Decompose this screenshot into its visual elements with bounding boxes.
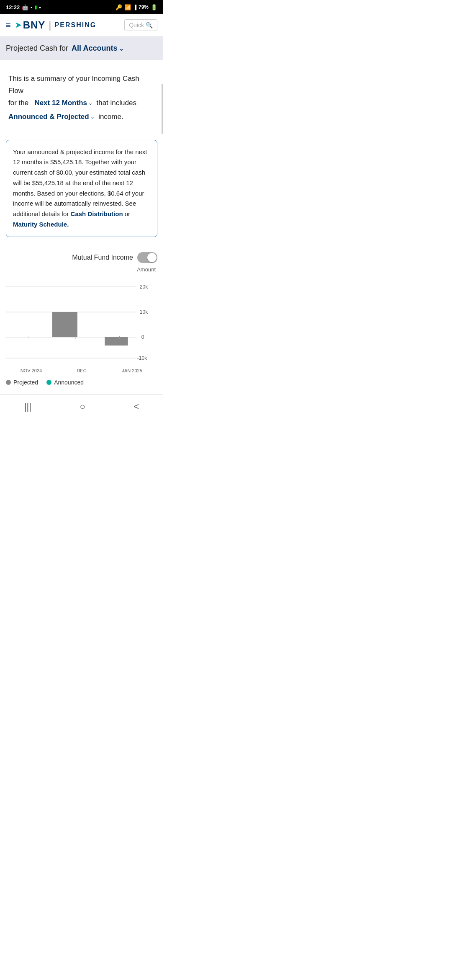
battery-level: 79%: [139, 4, 149, 10]
svg-text:10k: 10k: [140, 309, 148, 315]
recents-button[interactable]: |||: [16, 400, 40, 414]
search-box[interactable]: Quick 🔍: [124, 19, 157, 31]
navbar-brand: ≡ ➤ BNY | PERSHING: [6, 19, 96, 31]
chart-container: 20k 10k 0 -10k: [6, 274, 157, 366]
income-suffix: income.: [98, 113, 123, 121]
projected-header: Projected Cash for All Accounts ⌄: [0, 36, 163, 60]
legend-row: Projected Announced: [0, 375, 163, 390]
navbar: ≡ ➤ BNY | PERSHING Quick 🔍: [0, 14, 163, 36]
arrow-icon: ➤: [15, 21, 21, 30]
status-bar: 12:22 🤖 ▪ ▮ • 🔑 📶 ▐ 79% 🔋: [0, 0, 163, 14]
period-chevron-icon: ⌄: [88, 99, 92, 107]
summary-text: This is a summary of your Incoming Cash …: [8, 73, 155, 123]
battery-green-icon: ▮: [34, 5, 37, 10]
projected-label: Projected Cash for: [6, 44, 68, 53]
status-indicators: 🔑 📶 ▐ 79% 🔋: [116, 4, 157, 10]
x-label-nov: NOV 2024: [6, 368, 56, 373]
menu-icon[interactable]: ≡: [6, 21, 11, 30]
jan-bar: [105, 337, 128, 346]
toggle-row: Mutual Fund Income: [0, 245, 163, 266]
summary-line1: This is a summary of your Incoming Cash …: [8, 75, 139, 95]
brand-divider: |: [49, 19, 51, 31]
bottom-nav: ||| ○ <: [0, 394, 163, 419]
income-dropdown[interactable]: Announced & Projected ⌄: [8, 111, 95, 123]
projected-dot-icon: [6, 380, 11, 385]
home-button[interactable]: ○: [72, 400, 94, 414]
notification-icon: ▪: [31, 5, 32, 10]
info-text: Your announced & projected income for th…: [13, 148, 147, 218]
svg-text:0: 0: [141, 334, 144, 340]
income-chevron-icon: ⌄: [90, 113, 95, 121]
announced-label: Announced: [54, 379, 84, 386]
legend-projected: Projected: [6, 379, 38, 386]
back-button[interactable]: <: [125, 400, 147, 414]
maturity-schedule-link[interactable]: Maturity Schedule.: [13, 221, 69, 228]
time: 12:22: [6, 4, 20, 10]
period-dropdown[interactable]: Next 12 Months ⌄: [34, 97, 92, 109]
accounts-label: All Accounts: [72, 44, 117, 53]
svg-text:20k: 20k: [140, 284, 148, 290]
cash-distribution-link[interactable]: Cash Distribution: [71, 210, 123, 217]
legend-announced: Announced: [46, 379, 84, 386]
info-link-middle: or: [125, 210, 130, 217]
income-label: Announced & Projected: [8, 111, 89, 123]
period-label: Next 12 Months: [34, 97, 87, 109]
mutual-fund-toggle[interactable]: [137, 252, 157, 263]
status-time: 12:22 🤖 ▪ ▮ •: [6, 4, 41, 10]
brand-logo: ➤ BNY | PERSHING: [15, 19, 96, 31]
brand-bny: BNY: [23, 19, 46, 31]
chart-svg: 20k 10k 0 -10k: [6, 274, 157, 366]
announced-dot-icon: [46, 380, 51, 385]
summary-line2-prefix: for the: [8, 99, 28, 107]
wifi-icon: 📶: [124, 4, 131, 10]
projected-label: Projected: [13, 379, 38, 386]
accounts-dropdown[interactable]: All Accounts ⌄: [72, 44, 124, 53]
search-label: Quick: [129, 22, 144, 28]
chart-area: Amount 20k 10k 0 -10k: [0, 266, 163, 375]
android-icon: 🤖: [22, 4, 28, 10]
battery-icon: 🔋: [151, 4, 157, 10]
x-axis-labels: NOV 2024 DEC JAN 2025: [6, 366, 157, 375]
mutual-fund-label: Mutual Fund Income: [72, 254, 133, 261]
dec-bar: [52, 312, 77, 337]
x-label-dec: DEC: [56, 368, 107, 373]
info-box: Your announced & projected income for th…: [6, 140, 157, 237]
search-icon: 🔍: [146, 22, 153, 28]
summary-line2-suffix: that includes: [96, 99, 136, 107]
chevron-down-icon: ⌄: [119, 45, 124, 52]
dot-icon: •: [39, 4, 41, 10]
signal-icon: ▐: [133, 5, 136, 10]
svg-text:-10k: -10k: [137, 355, 147, 361]
brand-pershing: PERSHING: [55, 21, 97, 29]
summary-section: This is a summary of your Incoming Cash …: [0, 60, 163, 132]
chart-amount-label: Amount: [6, 266, 157, 273]
key-icon: 🔑: [116, 4, 122, 10]
scroll-hint: [162, 84, 163, 134]
x-label-jan: JAN 2025: [107, 368, 157, 373]
